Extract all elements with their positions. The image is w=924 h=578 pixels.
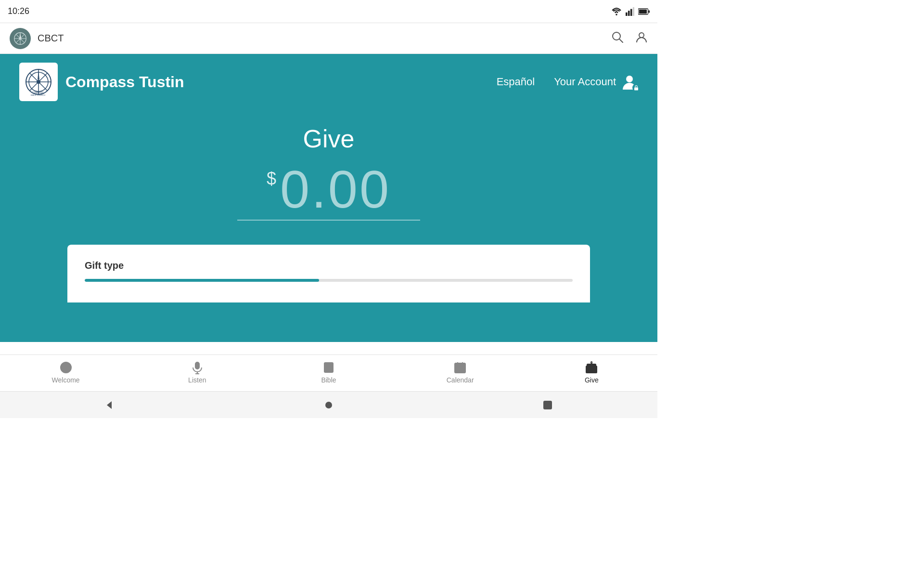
svg-text:BIBLE CHURCH: BIBLE CHURCH (31, 94, 45, 96)
svg-point-47 (325, 402, 332, 408)
svg-rect-1 (628, 11, 630, 16)
back-button[interactable] (104, 399, 116, 411)
app-bar-left: CBCT (10, 28, 64, 49)
svg-marker-24 (38, 70, 39, 80)
church-name: Compass Tustin (65, 73, 184, 91)
give-title: Give (303, 124, 355, 153)
nav-item-listen[interactable]: Listen (173, 361, 221, 384)
church-header-right: Español Your Account (497, 73, 638, 91)
bottom-nav: Welcome Listen Bible Calendar (0, 355, 657, 389)
nav-item-welcome[interactable]: Welcome (42, 361, 90, 384)
svg-point-23 (37, 80, 40, 84)
amount-value: 0.00 (280, 163, 391, 216)
svg-rect-33 (195, 362, 199, 369)
svg-point-12 (19, 37, 21, 39)
nav-label-calendar: Calendar (447, 376, 474, 384)
app-bar-title: CBCT (38, 33, 64, 44)
android-nav (0, 391, 657, 418)
svg-line-15 (619, 39, 623, 42)
svg-rect-28 (634, 88, 638, 91)
svg-marker-46 (107, 401, 112, 409)
gift-icon (585, 361, 598, 374)
svg-rect-5 (639, 9, 647, 13)
svg-rect-3 (633, 7, 634, 16)
espanol-link[interactable]: Español (497, 76, 535, 88)
nav-item-give[interactable]: Give (567, 361, 616, 384)
status-time: 10:26 (8, 6, 29, 16)
svg-rect-6 (648, 10, 650, 13)
nav-label-listen: Listen (188, 376, 206, 384)
give-section: Give $ 0.00 (0, 110, 657, 245)
home-button[interactable] (323, 399, 334, 411)
calendar-icon (453, 361, 467, 374)
nav-label-give: Give (585, 376, 599, 384)
wifi-icon (611, 8, 622, 15)
gift-type-label: Gift type (85, 260, 573, 271)
account-button[interactable] (635, 31, 648, 46)
svg-point-30 (63, 367, 64, 368)
app-logo (10, 28, 31, 49)
nav-item-calendar[interactable]: Calendar (436, 361, 484, 384)
your-account-label: Your Account (554, 76, 616, 88)
chat-icon (59, 361, 73, 374)
svg-rect-48 (544, 401, 552, 409)
church-header: COMPASS BIBLE CHURCH Compass Tustin Espa… (0, 54, 657, 110)
svg-point-32 (67, 367, 69, 368)
main-area: COMPASS BIBLE CHURCH Compass Tustin Espa… (0, 54, 657, 342)
currency-symbol: $ (267, 169, 276, 189)
signal-icon (626, 7, 634, 16)
status-bar: 10:26 (0, 0, 657, 23)
bible-icon (322, 361, 335, 374)
lock-badge (632, 84, 640, 92)
svg-rect-0 (626, 12, 628, 15)
gift-type-bar (85, 279, 573, 282)
status-icons (611, 7, 650, 16)
account-icon-wrap (621, 73, 638, 91)
gift-type-bar-fill (85, 279, 319, 282)
mic-icon (191, 361, 204, 374)
amount-underline (237, 220, 420, 221)
nav-label-welcome: Welcome (52, 376, 80, 384)
church-branding: COMPASS BIBLE CHURCH Compass Tustin (19, 63, 184, 101)
nav-item-bible[interactable]: Bible (305, 361, 353, 384)
app-bar-actions (611, 31, 648, 46)
app-bar: CBCT (0, 23, 657, 54)
gift-type-card: Gift type (67, 245, 590, 302)
svg-rect-39 (455, 363, 465, 373)
amount-display[interactable]: $ 0.00 (267, 163, 391, 216)
search-button[interactable] (611, 31, 624, 46)
your-account-button[interactable]: Your Account (554, 73, 638, 91)
svg-point-31 (65, 367, 66, 368)
battery-icon (638, 8, 650, 15)
recents-button[interactable] (542, 399, 553, 411)
svg-point-16 (639, 33, 644, 38)
svg-point-27 (626, 76, 633, 82)
svg-rect-2 (630, 9, 632, 15)
nav-label-bible: Bible (321, 376, 336, 384)
svg-marker-13 (20, 33, 21, 38)
church-logo-box: COMPASS BIBLE CHURCH (19, 63, 58, 101)
